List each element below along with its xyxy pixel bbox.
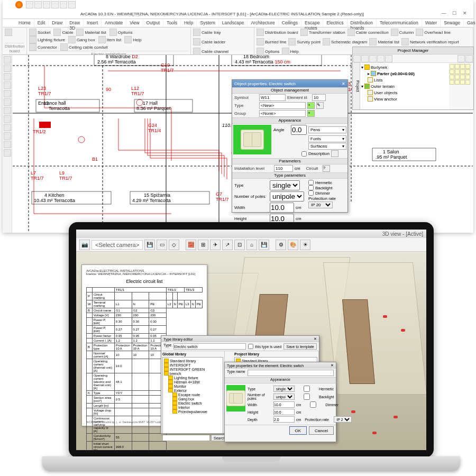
depth-input[interactable] (273, 416, 295, 423)
btn-overhead[interactable]: Overhead line (416, 29, 451, 36)
btn-schematic-2[interactable]: Schematic diagram (323, 38, 367, 45)
close-icon[interactable]: ✕ (314, 337, 317, 341)
tool-icon[interactable] (4, 65, 11, 72)
type-select[interactable]: single (273, 386, 295, 392)
tab-edit[interactable]: Edit (34, 19, 49, 27)
dialog-title-bar[interactable]: Type properties for the element: Electri… (225, 362, 336, 369)
tree-item[interactable]: Lists (361, 77, 448, 83)
width-input[interactable] (273, 401, 295, 408)
eye-icon[interactable] (455, 69, 460, 74)
panel-side-tab[interactable]: Project (353, 63, 360, 109)
btn-cable-conn[interactable]: Cable connection (347, 29, 389, 36)
btn-options-2[interactable]: Options (257, 48, 280, 55)
eye-icon[interactable] (460, 64, 465, 69)
tree-item[interactable]: User objects (361, 89, 448, 96)
tool-icon[interactable] (4, 107, 11, 114)
tree-item[interactable]: Interior (164, 405, 222, 409)
pm-tool-icon[interactable] (377, 55, 385, 62)
tab-annotate[interactable]: Annotate (102, 19, 126, 27)
eye-icon[interactable] (450, 64, 454, 69)
tree-item[interactable]: ▾Outer terrain (361, 83, 448, 89)
eye-icon[interactable] (465, 80, 470, 85)
btn-connector[interactable]: Connector (29, 43, 57, 51)
tree-item[interactable]: Przeciwpożarowe (164, 409, 222, 414)
qat-new-icon[interactable] (26, 1, 33, 8)
edit-type-button[interactable]: ✎ (316, 102, 324, 109)
qat-save-icon[interactable] (43, 1, 50, 8)
tree-item[interactable]: Escape route (164, 392, 222, 397)
tool-icon[interactable] (4, 98, 11, 106)
tab-gas[interactable]: Gas (464, 19, 476, 27)
btn-matlist-2[interactable]: Material list (369, 38, 399, 45)
qat-undo-icon[interactable] (51, 1, 59, 8)
tool-icon[interactable] (4, 141, 11, 148)
eye-icon[interactable] (450, 69, 454, 74)
dimmer-checkbox[interactable] (308, 190, 314, 196)
tree-item[interactable]: View anchor (361, 96, 448, 102)
hermetic-checkbox[interactable] (296, 386, 317, 392)
desc-checkbox[interactable] (301, 151, 307, 157)
pm-tool-icon[interactable] (465, 55, 473, 62)
angle-input[interactable] (291, 125, 307, 135)
wire-icon[interactable]: ⊞ (198, 240, 208, 250)
pens-button[interactable]: Pens▾ (308, 126, 346, 133)
dimmer-checkbox[interactable] (303, 401, 324, 408)
tab-escape[interactable]: Escape routes (301, 19, 323, 27)
install-level-input[interactable] (274, 165, 293, 172)
poles-select[interactable]: unipole (270, 191, 304, 202)
qat-print-icon[interactable] (68, 1, 76, 8)
pm-tool-icon[interactable] (369, 55, 377, 62)
close-icon[interactable]: ✕ (342, 81, 345, 86)
tree-item[interactable]: Monitor (164, 384, 222, 388)
tab-system[interactable]: System (197, 19, 218, 27)
perspective-icon[interactable]: ▭ (157, 240, 167, 250)
tree-item[interactable]: brench (164, 371, 222, 376)
dialog-title-bar[interactable]: Type library editor✕ (161, 336, 319, 342)
tab-view[interactable]: View (126, 19, 143, 27)
used-checkbox[interactable] (248, 344, 253, 349)
backlight-checkbox[interactable] (296, 393, 317, 400)
type-select[interactable] (259, 102, 306, 109)
tab-draw[interactable]: Draw (49, 19, 66, 27)
btn-dist-board-2[interactable]: Distribution board (257, 29, 298, 36)
btn-cable-tray[interactable]: Cable tray (193, 29, 221, 36)
width-input[interactable] (270, 203, 294, 213)
maximize-button[interactable]: ☐ (449, 11, 460, 18)
ok-button[interactable]: OK (289, 426, 307, 435)
hermetic-checkbox[interactable] (308, 180, 314, 185)
tab-help[interactable]: Help (181, 19, 197, 27)
eye-icon[interactable] (450, 75, 454, 79)
render-icon[interactable]: 🧱 (186, 240, 196, 250)
axon-icon[interactable]: ◇ (169, 240, 179, 250)
btn-socket[interactable]: Socket (29, 29, 50, 36)
type-select[interactable]: single (270, 180, 300, 190)
tab-draw3d[interactable]: Draw 3D (66, 19, 84, 27)
camera-select[interactable]: <Select camera> (91, 240, 143, 250)
btn-burried[interactable]: Burried line (257, 38, 286, 45)
tree-item[interactable]: INTERSOFT GREEN (164, 367, 222, 371)
tool-icon[interactable] (4, 124, 11, 131)
eye-icon[interactable] (450, 80, 454, 85)
tab-ceilings[interactable]: Ceilings (279, 19, 301, 27)
save-cam-icon[interactable]: 💾 (144, 240, 155, 250)
tree-item[interactable]: Electric switch (164, 401, 222, 405)
palette-icon[interactable]: 🎨 (288, 240, 298, 250)
tab-water[interactable]: Water (422, 19, 441, 27)
prate-select[interactable]: IP 20 (308, 202, 333, 208)
tool-icon[interactable] (4, 81, 11, 89)
fly-icon[interactable]: ✈ (210, 240, 221, 250)
btn-column[interactable]: Column (391, 29, 414, 36)
add-group-button[interactable]: + (307, 110, 315, 117)
search-input[interactable] (162, 435, 210, 441)
tab-architecture[interactable]: Architecture (248, 19, 278, 27)
eye-icon[interactable] (460, 80, 465, 85)
desc-edit-button[interactable] (331, 150, 338, 157)
btn-gangbox[interactable]: Gang box (68, 36, 95, 43)
backlight-checkbox[interactable] (308, 185, 314, 190)
pm-tool-icon[interactable] (361, 55, 369, 62)
btn-ceiling-conduit[interactable]: Ceiling cable conduit (60, 43, 108, 51)
btn-lighting[interactable]: Lighting fixture (29, 36, 65, 43)
save-icon[interactable]: 💾 (259, 240, 269, 250)
gear-icon[interactable]: ⚙ (276, 240, 286, 250)
tree-item[interactable]: ▸Parter (±0.00=0.00) (361, 70, 448, 77)
